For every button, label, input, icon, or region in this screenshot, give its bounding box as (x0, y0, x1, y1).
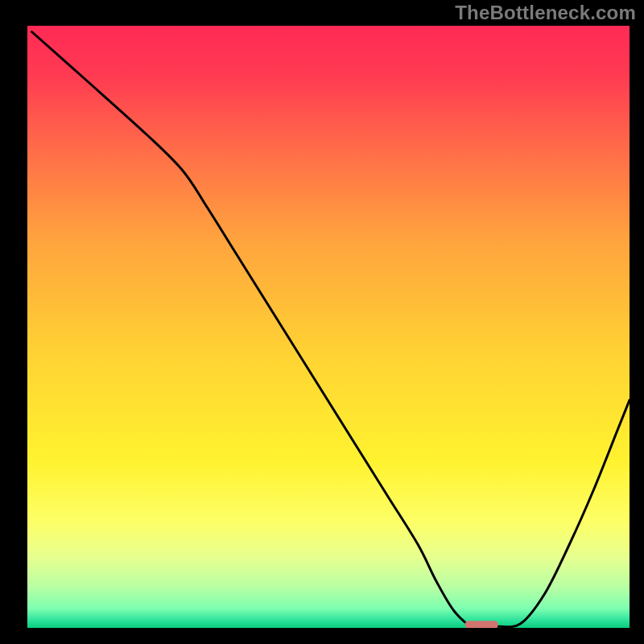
chart-frame: TheBottleneck.com (0, 0, 644, 644)
gradient-background (26, 26, 630, 630)
watermark-text: TheBottleneck.com (455, 2, 636, 24)
optimal-zone-marker (465, 621, 498, 629)
bottleneck-chart (0, 0, 644, 644)
